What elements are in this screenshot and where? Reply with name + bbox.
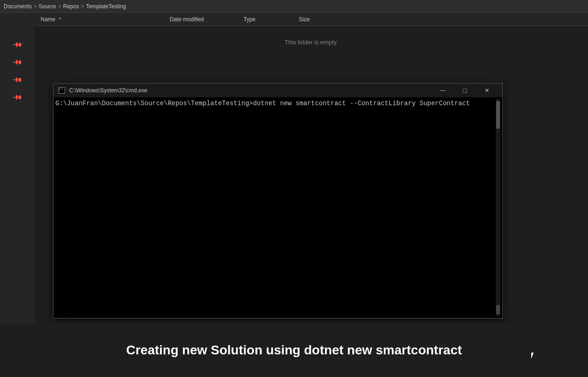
breadcrumb-documents[interactable]: Documents [4,3,32,10]
sort-arrow-icon: ^ [59,17,61,22]
breadcrumb-sep-2: > [58,3,61,10]
scrollbar-track[interactable] [496,99,500,316]
cmd-app-icon [58,87,65,94]
column-headers: Name ^ Date modified Type Size [0,13,588,26]
cmd-window: C:\Windows\System32\cmd.exe G:\JuanFran\… [53,83,503,318]
cmd-minimize-button[interactable] [432,84,453,97]
col-header-size[interactable]: Size [295,16,341,23]
cmd-scrollbar[interactable] [496,99,500,316]
cmd-title-text: C:\Windows\System32\cmd.exe [69,87,432,94]
empty-folder-label: This folder is empty. [35,39,588,46]
address-bar: Documents > Source > Repos > TemplateTes… [0,0,588,13]
col-header-type[interactable]: Type [240,16,295,23]
breadcrumb-source[interactable]: Source [39,3,56,10]
scrollbar-thumb-bottom [496,305,500,314]
scrollbar-thumb-top [496,101,500,129]
col-header-name[interactable]: Name ^ [37,16,166,23]
caption-text: Creating new Solution using dotnet new s… [126,343,462,358]
breadcrumb-sep-1: > [34,3,37,10]
col-header-date[interactable]: Date modified [166,16,240,23]
pin-icon-2[interactable]: 📌 [12,56,23,67]
pin-icon-1[interactable]: 📌 [12,39,23,49]
breadcrumb-repos[interactable]: Repos [63,3,79,10]
bottom-caption: Creating new Solution using dotnet new s… [0,323,588,377]
cmd-titlebar: C:\Windows\System32\cmd.exe [53,84,502,97]
cmd-content: G:\JuanFran\Documents\Source\Repos\Templ… [53,97,502,318]
breadcrumb-templatetesting[interactable]: TemplateTesting [86,3,126,10]
breadcrumb-sep-3: > [81,3,84,10]
pin-icon-3[interactable]: 📌 [12,74,23,84]
sidebar: 📌 📌 📌 📌 [0,13,35,323]
cmd-close-button[interactable] [476,84,498,97]
cmd-controls [432,84,498,97]
breadcrumb: Documents > Source > Repos > TemplateTes… [4,3,126,10]
cmd-text-area[interactable]: G:\JuanFran\Documents\Source\Repos\Templ… [55,99,496,316]
cmd-icon-box [59,87,65,94]
cmd-maximize-button[interactable] [454,84,475,97]
cmd-command-line: G:\JuanFran\Documents\Source\Repos\Templ… [55,99,496,108]
pin-icon-4[interactable]: 📌 [12,91,23,102]
